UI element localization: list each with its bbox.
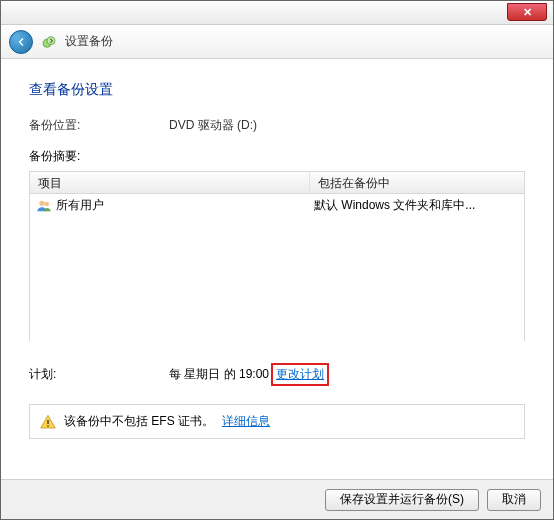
warning-icon — [40, 414, 56, 430]
row-item: 所有用户 — [56, 197, 104, 214]
location-value: DVD 驱动器 (D:) — [169, 117, 257, 134]
content-area: 查看备份设置 备份位置: DVD 驱动器 (D:) 备份摘要: 项目 包括在备份… — [1, 59, 553, 439]
col-included[interactable]: 包括在备份中 — [310, 172, 524, 193]
page-heading: 查看备份设置 — [29, 81, 525, 99]
close-button[interactable]: ✕ — [507, 3, 547, 21]
schedule-label: 计划: — [29, 366, 169, 383]
location-label: 备份位置: — [29, 117, 169, 134]
save-run-button[interactable]: 保存设置并运行备份(S) — [325, 489, 479, 511]
cancel-button[interactable]: 取消 — [487, 489, 541, 511]
change-schedule-link[interactable]: 更改计划 — [276, 367, 324, 381]
schedule-value: 每 星期日 的 19:00 — [169, 366, 269, 383]
backup-icon — [41, 34, 57, 50]
nav-bar: 设置备份 — [1, 25, 553, 59]
row-included: 默认 Windows 文件夹和库中... — [314, 197, 518, 214]
details-link[interactable]: 详细信息 — [222, 413, 270, 430]
summary-table: 项目 包括在备份中 所有用户 默认 Windows 文件夹和库中... — [29, 171, 525, 341]
svg-rect-4 — [47, 420, 48, 424]
location-row: 备份位置: DVD 驱动器 (D:) — [29, 117, 525, 134]
nav-title: 设置备份 — [65, 33, 113, 50]
svg-point-3 — [44, 201, 49, 206]
notice-text: 该备份中不包括 EFS 证书。 — [64, 413, 214, 430]
window-titlebar: ✕ — [1, 1, 553, 25]
svg-point-2 — [39, 200, 44, 205]
schedule-row: 计划: 每 星期日 的 19:00 更改计划 — [29, 363, 525, 386]
table-row[interactable]: 所有用户 默认 Windows 文件夹和库中... — [30, 194, 524, 217]
table-header: 项目 包括在备份中 — [30, 172, 524, 194]
col-item[interactable]: 项目 — [30, 172, 310, 193]
svg-rect-5 — [47, 425, 48, 426]
efs-notice: 该备份中不包括 EFS 证书。 详细信息 — [29, 404, 525, 439]
svg-point-1 — [47, 36, 55, 44]
back-button[interactable] — [9, 30, 33, 54]
close-icon: ✕ — [523, 6, 532, 19]
footer-bar: 保存设置并运行备份(S) 取消 — [1, 479, 553, 519]
summary-label: 备份摘要: — [29, 148, 525, 165]
users-icon — [36, 198, 52, 214]
arrow-left-icon — [15, 36, 27, 48]
highlight-annotation: 更改计划 — [271, 363, 329, 386]
